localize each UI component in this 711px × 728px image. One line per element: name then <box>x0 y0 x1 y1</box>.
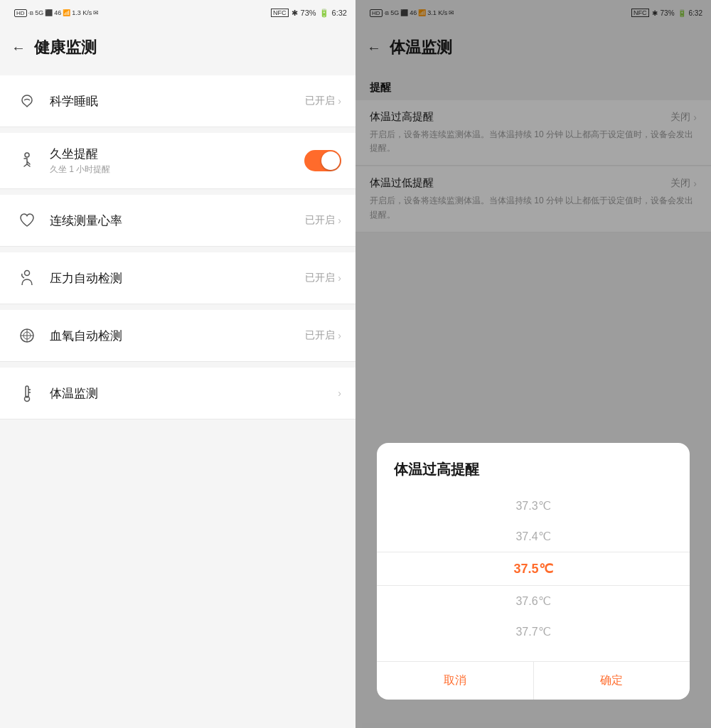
gap-3 <box>0 247 356 252</box>
dialog-overlay: 体温过高提醒 37.3℃ 37.4℃ 37.5℃ 37.6℃ 37.7℃ 取消 … <box>356 0 711 728</box>
stress-status: 已开启 <box>305 272 335 284</box>
left-network-indicator: HD <box>14 9 27 17</box>
sedentary-icon <box>14 148 40 173</box>
left-wifi-icon: 📶 <box>63 9 70 16</box>
blood-oxygen-right: 已开启 › <box>305 329 341 342</box>
left-data-speed: 1.3 K/s <box>72 9 92 16</box>
left-network-b: ·B <box>28 10 34 16</box>
left-4g: 46 <box>54 9 61 16</box>
sedentary-sublabel: 久坐 1 小时提醒 <box>50 164 304 176</box>
sedentary-label: 久坐提醒 <box>50 146 304 162</box>
sleep-icon <box>14 88 40 114</box>
left-nfc-icon: NFC <box>271 9 289 17</box>
stress-icon <box>14 265 40 291</box>
heartrate-chevron: › <box>338 215 341 226</box>
left-menu-list: 科学睡眠 已开启 › 久坐提醒 久坐 1 小时提醒 <box>0 70 356 728</box>
temperature-chevron: › <box>338 387 341 399</box>
blood-oxygen-status: 已开启 <box>305 329 335 342</box>
stress-content: 压力自动检测 <box>50 270 305 287</box>
left-5g: 5G <box>35 9 43 16</box>
menu-item-stress[interactable]: 压力自动检测 已开启 › <box>0 252 356 304</box>
picker-item-4[interactable]: 37.7℃ <box>377 616 690 647</box>
left-time: 6:32 <box>332 9 347 17</box>
left-battery-pct: 73% <box>301 9 316 17</box>
left-msg-icon: ✉ <box>93 9 99 16</box>
toggle-knob <box>321 151 340 170</box>
menu-item-sleep[interactable]: 科学睡眠 已开启 › <box>0 75 356 127</box>
temperature-content: 体温监测 <box>50 385 338 402</box>
left-battery-icon: 🔋 <box>319 9 329 18</box>
heartrate-content: 连续测量心率 <box>50 213 305 229</box>
menu-item-sedentary[interactable]: 久坐提醒 久坐 1 小时提醒 <box>0 133 356 189</box>
gap-4 <box>0 304 356 310</box>
temperature-right: › <box>338 387 341 399</box>
gap-2 <box>0 189 356 195</box>
dialog-buttons: 取消 确定 <box>377 661 690 700</box>
menu-item-heartrate[interactable]: 连续测量心率 已开启 › <box>0 195 356 247</box>
blood-oxygen-chevron: › <box>338 330 341 341</box>
heartrate-icon <box>14 208 40 233</box>
blood-oxygen-icon <box>14 323 40 348</box>
temperature-picker[interactable]: 37.3℃ 37.4℃ 37.5℃ 37.6℃ 37.7℃ <box>377 491 690 661</box>
sedentary-content: 久坐提醒 久坐 1 小时提醒 <box>50 146 304 176</box>
stress-right: 已开启 › <box>305 272 341 284</box>
left-status-bar: HD ·B 5G ⬛ 46 📶 1.3 K/s ✉ NFC ✱ 73% 🔋 6:… <box>0 0 356 26</box>
gap-1 <box>0 127 356 133</box>
svg-rect-6 <box>26 386 28 397</box>
heartrate-label: 连续测量心率 <box>50 213 305 229</box>
sedentary-toggle[interactable] <box>304 150 341 171</box>
sleep-chevron: › <box>338 95 341 107</box>
temperature-icon <box>14 380 40 406</box>
picker-item-2-selected[interactable]: 37.5℃ <box>377 552 690 586</box>
heartrate-right: 已开启 › <box>305 214 341 227</box>
svg-point-0 <box>25 153 29 157</box>
sleep-status: 已开启 <box>305 95 335 107</box>
svg-point-1 <box>25 271 30 276</box>
stress-label: 压力自动检测 <box>50 270 305 287</box>
picker-item-0[interactable]: 37.3℃ <box>377 491 690 521</box>
temperature-label: 体温监测 <box>50 385 338 402</box>
sleep-label: 科学睡眠 <box>50 93 305 109</box>
left-signal-bars: ⬛ <box>45 9 53 16</box>
menu-item-blood-oxygen[interactable]: 血氧自动检测 已开启 › <box>0 310 356 362</box>
blood-oxygen-content: 血氧自动检测 <box>50 328 305 344</box>
sleep-right: 已开启 › <box>305 95 341 107</box>
sedentary-right <box>304 150 341 171</box>
left-page-header: ← 健康监测 <box>0 26 356 70</box>
dialog-confirm-button[interactable]: 确定 <box>534 662 690 700</box>
dialog-title: 体温过高提醒 <box>377 443 690 491</box>
left-panel: HD ·B 5G ⬛ 46 📶 1.3 K/s ✉ NFC ✱ 73% 🔋 6:… <box>0 0 356 728</box>
picker-item-3[interactable]: 37.6℃ <box>377 586 690 616</box>
blood-oxygen-label: 血氧自动检测 <box>50 328 305 344</box>
left-back-button[interactable]: ← <box>11 40 26 56</box>
temperature-picker-dialog: 体温过高提醒 37.3℃ 37.4℃ 37.5℃ 37.6℃ 37.7℃ 取消 … <box>377 443 690 700</box>
left-bluetooth: ✱ <box>292 9 298 18</box>
gap-5 <box>0 362 356 368</box>
left-page-title: 健康监测 <box>34 37 97 58</box>
stress-chevron: › <box>338 272 341 284</box>
picker-item-1[interactable]: 37.4℃ <box>377 521 690 552</box>
sleep-content: 科学睡眠 <box>50 93 305 109</box>
heartrate-status: 已开启 <box>305 214 335 227</box>
dialog-cancel-button[interactable]: 取消 <box>377 662 534 700</box>
menu-item-temperature[interactable]: 体温监测 › <box>0 368 356 419</box>
right-panel: HD ·B 5G ⬛ 46 📶 3.1 K/s ✉ NFC ✱ 73% 🔋 6:… <box>356 0 711 728</box>
